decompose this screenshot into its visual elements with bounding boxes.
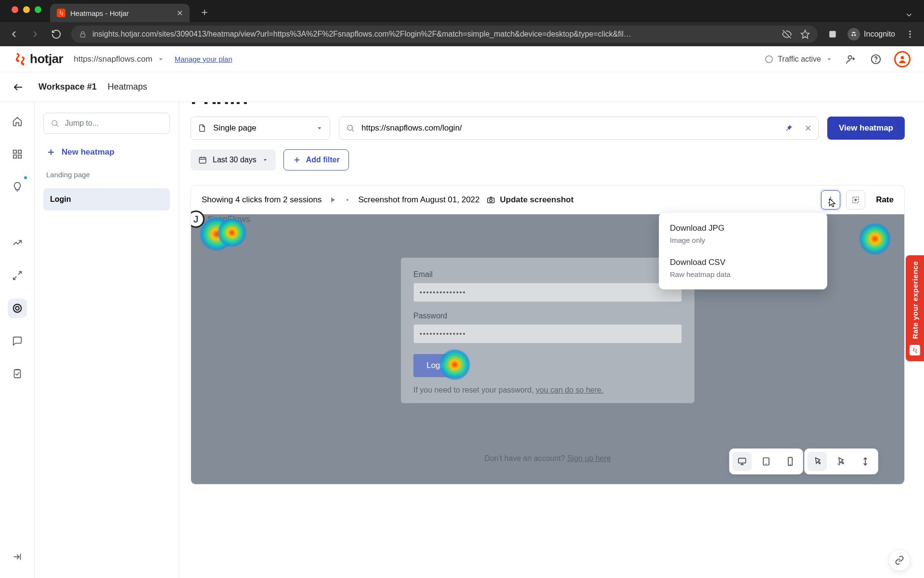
incognito-indicator[interactable]: Incognito <box>847 28 895 40</box>
plus-icon <box>46 147 56 157</box>
extensions-icon[interactable] <box>826 28 839 40</box>
browser-forward-icon[interactable] <box>29 28 41 40</box>
separator <box>346 199 348 201</box>
browser-back-icon[interactable] <box>8 28 20 40</box>
jump-placeholder: Jump to... <box>65 119 99 128</box>
heatmap-url-input[interactable]: https://snapflows.com/login/ ✕ <box>339 117 819 140</box>
search-icon <box>346 124 355 132</box>
svg-point-16 <box>901 56 904 59</box>
lock-icon <box>79 30 87 38</box>
selection-icon <box>851 196 860 204</box>
eye-off-icon[interactable] <box>782 29 792 39</box>
jump-to-input[interactable]: Jump to... <box>43 113 170 134</box>
svg-point-35 <box>347 125 353 131</box>
site-picker[interactable]: https://snapflows.com <box>74 54 164 64</box>
rail-heatmaps-icon[interactable] <box>8 299 27 318</box>
browser-reload-icon[interactable] <box>50 28 63 40</box>
svg-point-7 <box>909 33 911 35</box>
rail-funnels-icon[interactable] <box>8 266 27 285</box>
login-button-preview: Login <box>413 354 460 377</box>
svg-point-26 <box>15 306 19 310</box>
page-title: Login <box>191 102 905 104</box>
svg-marker-10 <box>828 58 831 60</box>
sidebar-item-label: Login <box>50 195 71 204</box>
add-filter-button[interactable]: Add filter <box>283 149 349 171</box>
back-button[interactable] <box>12 80 25 94</box>
invite-user-icon[interactable] <box>844 53 858 66</box>
rail-feedback-icon[interactable] <box>8 331 27 351</box>
svg-rect-18 <box>13 150 16 153</box>
page-mode-select[interactable]: Single page <box>191 117 330 140</box>
minimize-window-icon[interactable] <box>23 6 30 13</box>
type-click[interactable] <box>808 452 827 471</box>
rail-surveys-icon[interactable] <box>8 364 27 383</box>
rate-label[interactable]: Rate <box>876 195 894 205</box>
traffic-status[interactable]: Traffic active <box>765 55 833 64</box>
summary-text: Showing 4 clicks from 2 sessions <box>202 195 321 205</box>
rate-experience-tab[interactable]: Rate your experience <box>906 255 924 361</box>
rate-experience-label: Rate your experience <box>911 261 919 339</box>
type-scroll[interactable] <box>856 452 875 471</box>
download-jpg-item[interactable]: Download JPG Image only <box>659 217 827 251</box>
rail-dashboard-icon[interactable] <box>8 144 27 164</box>
breadcrumb-section: Heatmaps <box>108 82 147 92</box>
svg-marker-44 <box>331 197 335 202</box>
svg-marker-41 <box>264 159 267 161</box>
breadcrumb: Workspace #1 Heatmaps <box>38 82 147 92</box>
status-ring-icon <box>765 55 773 63</box>
manage-plan-link[interactable]: Manage your plan <box>175 55 232 63</box>
browser-url-field[interactable]: insights.hotjar.com/sites/3090413/heatma… <box>71 26 818 43</box>
maximize-window-icon[interactable] <box>35 6 41 13</box>
rail-collapse-icon[interactable] <box>8 547 27 566</box>
breadcrumb-workspace[interactable]: Workspace #1 <box>38 82 97 92</box>
tabs-menu-icon[interactable] <box>900 11 918 22</box>
window-traffic-lights[interactable] <box>6 0 45 22</box>
highlight-tool-button[interactable] <box>846 190 865 210</box>
password-input-preview: •••••••••••••• <box>413 324 682 343</box>
notification-badge <box>23 175 28 180</box>
sidebar-group-label: Landing page <box>43 171 170 179</box>
clear-icon[interactable]: ✕ <box>805 123 811 133</box>
heatmap-type-switcher <box>804 448 878 474</box>
help-icon[interactable] <box>869 53 883 66</box>
svg-point-8 <box>909 36 911 38</box>
page-icon <box>198 124 206 132</box>
reset-password-line: If you need to reset your password, you … <box>413 386 682 394</box>
rail-highlights-icon[interactable] <box>8 177 27 197</box>
svg-point-46 <box>489 199 492 201</box>
svg-rect-50 <box>739 458 746 463</box>
close-tab-icon[interactable]: ✕ <box>177 9 183 18</box>
hotjar-mark-icon <box>13 53 27 66</box>
browser-menu-icon[interactable] <box>904 28 916 40</box>
rail-trends-icon[interactable] <box>8 233 27 252</box>
plus-icon <box>293 156 301 164</box>
profile-avatar[interactable] <box>894 51 911 67</box>
update-screenshot-button[interactable]: Update screenshot <box>487 195 574 205</box>
share-link-button[interactable] <box>888 549 911 571</box>
new-heatmap-button[interactable]: New heatmap <box>43 144 170 161</box>
type-move[interactable] <box>832 452 851 471</box>
close-window-icon[interactable] <box>12 6 18 13</box>
date-range-select[interactable]: Last 30 days <box>191 149 276 171</box>
svg-point-11 <box>848 55 852 59</box>
screenshot-brand-text: SnapFlows <box>207 214 250 224</box>
heat-spot <box>859 223 891 255</box>
download-button[interactable] <box>821 190 840 210</box>
device-desktop[interactable] <box>732 452 752 471</box>
device-tablet[interactable] <box>757 452 776 471</box>
hotjar-logo[interactable]: hotjar <box>13 52 63 66</box>
view-heatmap-button[interactable]: View heatmap <box>827 117 905 140</box>
sidebar-item-login[interactable]: Login <box>43 188 170 210</box>
signup-link: Sign up here <box>567 454 611 462</box>
svg-marker-9 <box>159 58 162 60</box>
download-csv-item[interactable]: Download CSV Raw heatmap data <box>659 251 827 285</box>
play-icon[interactable] <box>328 196 337 204</box>
new-tab-button[interactable]: ＋ <box>194 5 215 22</box>
svg-rect-3 <box>829 31 835 37</box>
star-icon[interactable] <box>800 29 810 39</box>
pin-icon[interactable] <box>784 124 793 132</box>
browser-tab[interactable]: Heatmaps - Hotjar ✕ <box>50 4 190 22</box>
device-mobile[interactable] <box>781 452 800 471</box>
rail-home-icon[interactable] <box>8 112 27 131</box>
screenshot-info: Screenshot from August 01, 2022 <box>358 195 479 205</box>
